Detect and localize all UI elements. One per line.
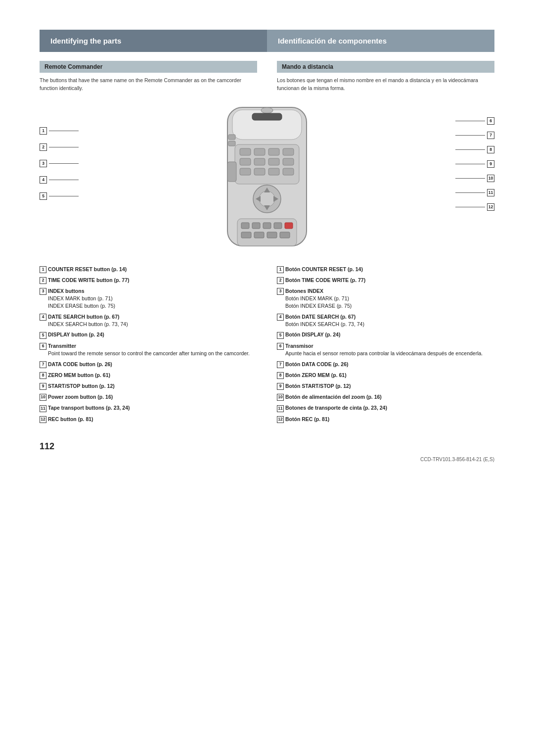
remote-svg	[213, 102, 321, 256]
left-callouts: 1 2 3 4 5	[40, 127, 79, 200]
num-5: 5	[40, 192, 47, 200]
item-text: START/STOP button (p. 12)	[48, 383, 115, 389]
item-subtext: INDEX ERASE button (p. 75)	[48, 302, 257, 310]
footer-reference: CCD-TRV101.3-856-814-21 (E,S)	[40, 457, 494, 462]
num-box: 1	[40, 266, 46, 273]
item-text: ZERO MEM button (p. 61)	[48, 372, 110, 378]
num-box: 8	[40, 372, 46, 379]
item-text: DATA CODE button (p. 26)	[48, 361, 112, 367]
svg-rect-26	[263, 223, 271, 229]
item-text: Botón DISPLAY (p. 24)	[285, 331, 340, 337]
item-text: Botón DATE SEARCH (p. 67)	[285, 314, 356, 320]
page-number: 112	[40, 441, 494, 452]
num-box: 7	[40, 361, 46, 368]
svg-rect-25	[252, 223, 260, 229]
item-text: Botones INDEX	[285, 288, 323, 294]
num-9: 9	[487, 160, 494, 168]
right-item-11: 11Botones de transporte de cinta (p. 23,…	[277, 404, 494, 412]
svg-rect-6	[254, 148, 265, 155]
item-subtext: Apunte hacia el sensor remoto para contr…	[285, 350, 494, 357]
right-item-4: 4Botón DATE SEARCH (p. 67)Botón INDEX SE…	[277, 313, 494, 328]
left-item-11: 11Tape transport buttons (p. 23, 24)	[40, 404, 257, 412]
svg-rect-28	[285, 223, 293, 229]
num-box: 10	[40, 394, 46, 401]
item-subtext: Botón INDEX MARK (p. 71)	[285, 295, 494, 302]
left-item-9: 9START/STOP button (p. 12)	[40, 382, 257, 390]
item-subtext: Botón INDEX SEARCH (p. 73, 74)	[285, 321, 494, 328]
section-descriptions: Remote Commander The buttons that have t…	[40, 61, 494, 97]
line-10	[455, 178, 485, 179]
callout-9: 9	[455, 160, 494, 168]
svg-rect-29	[241, 232, 251, 238]
svg-point-2	[261, 107, 273, 113]
callout-2: 2	[40, 143, 79, 151]
item-text: Tape transport buttons (p. 23, 24)	[48, 405, 130, 411]
item-text: Botón REC (p. 81)	[285, 416, 329, 422]
num-box: 5	[40, 332, 46, 339]
left-item-2: 2TIME CODE WRITE button (p. 77)	[40, 277, 257, 284]
right-section-title-text: Mando a distancia	[282, 63, 333, 70]
item-subtext: Point toward the remote sensor to contro…	[48, 350, 257, 357]
line-3	[49, 163, 79, 164]
header-left-title: Identifying the parts	[40, 30, 267, 52]
callout-8: 8	[455, 146, 494, 153]
item-text: Botón de alimentación del zoom (p. 16)	[285, 394, 382, 400]
num-box: 2	[40, 277, 46, 284]
left-item-10: 10Power zoom button (p. 16)	[40, 393, 257, 401]
svg-rect-35	[228, 141, 235, 146]
left-description: The buttons that have the same name on t…	[40, 77, 257, 93]
num-box: 10	[277, 394, 284, 401]
num-12: 12	[487, 203, 494, 211]
item-text: Botón TIME CODE WRITE (p. 77)	[285, 277, 365, 283]
num-box: 7	[277, 361, 284, 368]
line-1	[49, 131, 79, 131]
header-left-text: Identifying the parts	[50, 37, 121, 45]
left-item-5: 5DISPLAY button (p. 24)	[40, 331, 257, 338]
num-2: 2	[40, 143, 47, 151]
right-description: Los botones que tengan el mismo nombre e…	[277, 77, 494, 93]
callout-10: 10	[455, 175, 494, 182]
item-text: DATE SEARCH button (p. 67)	[48, 314, 119, 320]
header-right-title: Identificación de componentes	[267, 30, 494, 52]
line-5	[49, 196, 79, 196]
num-4: 4	[40, 176, 47, 184]
callout-3: 3	[40, 160, 79, 167]
section-left: Remote Commander The buttons that have t…	[40, 61, 267, 97]
right-item-12: 12Botón REC (p. 81)	[277, 416, 494, 423]
svg-rect-5	[240, 148, 251, 155]
num-box: 8	[277, 372, 284, 379]
item-text: Power zoom button (p. 16)	[48, 394, 113, 400]
num-box: 9	[277, 383, 284, 390]
right-callouts: 6 7 8 9 10 11 12	[455, 117, 494, 211]
num-box: 12	[40, 416, 46, 423]
num-box: 9	[40, 383, 46, 390]
line-7	[455, 135, 485, 136]
svg-rect-32	[280, 232, 290, 238]
item-text: Transmisor	[285, 343, 313, 349]
right-item-2: 2Botón TIME CODE WRITE (p. 77)	[277, 277, 494, 284]
num-1: 1	[40, 127, 47, 135]
item-text: Botón START/STOP (p. 12)	[285, 383, 351, 389]
right-item-7: 7Botón DATA CODE (p. 26)	[277, 361, 494, 368]
num-box: 12	[277, 416, 284, 423]
item-text: REC button (p. 81)	[48, 416, 93, 422]
item-text: Botón ZERO MEM (p. 61)	[285, 372, 347, 378]
line-4	[49, 180, 79, 180]
num-8: 8	[487, 146, 494, 153]
num-box: 4	[40, 314, 46, 321]
svg-point-18	[259, 191, 275, 207]
callout-4: 4	[40, 176, 79, 184]
right-item-1: 1Botón COUNTER RESET (p. 14)	[277, 266, 494, 273]
svg-rect-15	[268, 168, 279, 175]
svg-rect-27	[274, 223, 282, 229]
line-12	[455, 207, 485, 207]
num-7: 7	[487, 132, 494, 139]
svg-rect-7	[268, 148, 279, 155]
button-list-section: 1COUNTER RESET button (p. 14)2TIME CODE …	[40, 266, 494, 426]
num-3: 3	[40, 160, 47, 167]
num-box: 4	[277, 314, 284, 321]
left-section-title: Remote Commander	[40, 61, 257, 73]
num-box: 11	[40, 405, 46, 412]
line-2	[49, 147, 79, 147]
svg-rect-24	[241, 223, 249, 229]
